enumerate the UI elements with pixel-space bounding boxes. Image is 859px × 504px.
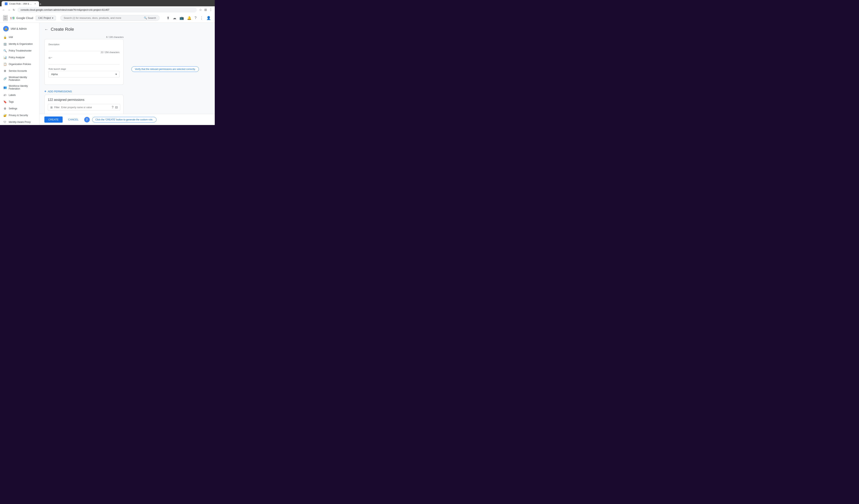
hamburger-menu-button[interactable]: ☰ <box>3 15 7 21</box>
sidebar-item-tags[interactable]: 🔖 Tags <box>0 98 38 105</box>
monitor-button[interactable]: 📺 <box>179 15 185 21</box>
description-form-section: Description 22 / 256 characters ID * Rol… <box>44 39 124 85</box>
org-policies-icon: 📋 <box>3 62 7 66</box>
id-input[interactable] <box>48 60 119 65</box>
sidebar-item-label: Privacy & Security <box>9 114 28 117</box>
project-selector[interactable]: C4C Project ▾ <box>36 16 56 20</box>
cloud-shell-button[interactable]: ☁ <box>172 15 177 21</box>
launch-stage-value: Alpha <box>51 73 58 76</box>
search-button[interactable]: 🔍 Search <box>144 16 156 19</box>
policy-troubleshooter-icon: 🔍 <box>3 49 7 52</box>
iam-icon: 🔒 <box>3 35 7 39</box>
sidebar-item-label: Service Accounts <box>9 70 27 72</box>
identity-aware-proxy-icon: 🛡 <box>3 120 7 124</box>
launch-stage-arrow: ▾ <box>116 73 117 76</box>
settings-menu-button[interactable]: ⋮ <box>199 15 204 21</box>
add-permissions-plus-icon: + <box>44 90 46 93</box>
filter-bar: ⊞ Filter ? ⊟ <box>48 104 120 110</box>
active-tab[interactable]: Create Role – IAM & Admin – ... × <box>2 1 39 6</box>
sidebar-item-settings[interactable]: ⚙ Settings <box>0 105 38 112</box>
sidebar-item-label: Identity & Organization <box>9 43 33 45</box>
sidebar-item-org-policies[interactable]: 📋 Organization Policies <box>0 61 38 67</box>
sidebar-item-workload-identity[interactable]: 🔗 Workload Identity Federation <box>0 74 38 83</box>
extension-button[interactable]: ⊞ <box>204 7 208 13</box>
privacy-security-icon: 🔐 <box>3 113 7 117</box>
reload-button[interactable]: ↻ <box>12 7 16 12</box>
notifications-button[interactable]: 🔔 <box>186 15 192 21</box>
launch-stage-select[interactable]: Alpha ▾ <box>48 71 119 77</box>
app-container: ☰ Google Cloud C4C Project ▾ 🔍 Search <box>0 13 215 125</box>
name-char-count: 8 / 100 characters <box>44 36 124 38</box>
launch-stage-field-group: Role launch stage Alpha ▾ <box>48 68 119 77</box>
back-button[interactable]: ← <box>44 27 48 32</box>
description-input[interactable] <box>48 46 119 51</box>
search-input-wrap: 🔍 Search <box>60 15 160 21</box>
upload-button[interactable]: ⬆ <box>166 15 170 21</box>
create-button[interactable]: CREATE <box>44 117 63 123</box>
forward-nav-button[interactable]: → <box>7 7 11 12</box>
sidebar-item-privacy-security[interactable]: 🔐 Privacy & Security <box>0 112 38 119</box>
google-cloud-logo: Google Cloud <box>10 16 33 20</box>
sidebar: 🔒 IAM & Admin 🔒 IAM 🏢 Identity & Organiz… <box>0 23 40 125</box>
create-hint-box: Click the 'CREATE' button to generate th… <box>92 117 156 122</box>
address-bar: ← → ↻ ☆ ⊞ ⋮ <box>0 6 215 13</box>
bookmark-button[interactable]: ☆ <box>198 7 203 13</box>
tab-title: Create Role – IAM & Admin – ... <box>9 3 33 5</box>
sidebar-item-service-accounts[interactable]: ⚙ Service Accounts <box>0 67 38 74</box>
description-field-group: Description 22 / 256 characters <box>48 43 119 54</box>
browser-menu-button[interactable]: ⋮ <box>208 7 213 13</box>
new-tab-button[interactable]: + <box>40 2 42 6</box>
id-field-group: ID * <box>48 57 119 65</box>
filter-icon: ⊞ <box>50 106 53 109</box>
sidebar-item-identity-aware-proxy[interactable]: 🛡 Identity-Aware Proxy <box>0 119 38 125</box>
tags-icon: 🔖 <box>3 100 7 104</box>
page-header: ← Create Role <box>44 27 210 32</box>
google-cloud-logo-icon <box>10 16 15 20</box>
search-icon: 🔍 <box>144 16 147 19</box>
filter-label: Filter <box>54 106 60 109</box>
help-button[interactable]: ? <box>194 15 197 21</box>
sidebar-header-icon: 🔒 <box>3 26 9 31</box>
filter-columns-button[interactable]: ⊟ <box>115 105 118 109</box>
labels-icon: 🏷 <box>3 93 7 97</box>
policy-analyzer-icon: 📊 <box>3 56 7 59</box>
sidebar-item-label: IAM <box>9 36 13 39</box>
logo-text: Google Cloud <box>16 16 33 20</box>
action-bar: CREATE CANCEL 7 Click the 'CREATE' butto… <box>40 114 215 125</box>
cancel-button[interactable]: CANCEL <box>65 117 82 123</box>
filter-input[interactable] <box>61 106 110 109</box>
url-bar[interactable] <box>17 7 197 13</box>
sidebar-header-text: IAM & Admin <box>11 27 27 30</box>
topbar: ☰ Google Cloud C4C Project ▾ 🔍 Search <box>0 13 215 23</box>
filter-actions: ? ⊟ <box>112 105 118 109</box>
sidebar-item-labels[interactable]: 🏷 Labels <box>0 92 38 98</box>
avatar-button[interactable]: 👤 <box>206 15 212 21</box>
sidebar-item-iam[interactable]: 🔒 IAM <box>0 34 38 41</box>
sidebar-item-label: Labels <box>9 94 16 96</box>
sidebar-item-label: Policy Troubleshooter <box>9 49 31 52</box>
back-nav-button[interactable]: ← <box>2 7 6 12</box>
sidebar-item-label: Settings <box>9 107 17 110</box>
add-permissions-button[interactable]: + ADD PERMISSIONS <box>44 88 72 95</box>
desc-char-count: 22 / 256 characters <box>48 51 119 54</box>
main-wrapper: ← Create Role 8 / 100 characters Descrip… <box>40 23 215 125</box>
identity-org-icon: 🏢 <box>3 42 7 46</box>
step-badge: 7 <box>84 117 90 122</box>
sidebar-item-policy-troubleshooter[interactable]: 🔍 Policy Troubleshooter <box>0 47 38 54</box>
topbar-right: ⬆ ☁ 📺 🔔 ? ⋮ 👤 <box>166 15 212 21</box>
sidebar-item-workforce-identity[interactable]: 👥 Workforce Identity Federation <box>0 83 38 92</box>
filter-help-button[interactable]: ? <box>112 105 114 109</box>
tab-favicon <box>5 2 7 5</box>
search-input[interactable] <box>64 16 142 19</box>
tab-close-button[interactable]: × <box>34 2 36 5</box>
main-content: ← Create Role 8 / 100 characters Descrip… <box>40 23 215 114</box>
sidebar-item-policy-analyzer[interactable]: 📊 Policy Analyzer <box>0 54 38 61</box>
sidebar-item-identity-org[interactable]: 🏢 Identity & Organization <box>0 41 38 47</box>
add-permissions-label: ADD PERMISSIONS <box>48 90 72 93</box>
sidebar-item-label: Policy Analyzer <box>9 56 25 59</box>
sidebar-item-label: Organization Policies <box>9 63 31 65</box>
permissions-title: 122 assigned permissions <box>48 98 120 102</box>
sidebar-item-label: Identity-Aware Proxy <box>9 121 31 123</box>
browser-chrome: Create Role – IAM & Admin – ... × + <box>0 0 215 6</box>
sidebar-item-label: Workload Identity Federation <box>9 76 35 81</box>
